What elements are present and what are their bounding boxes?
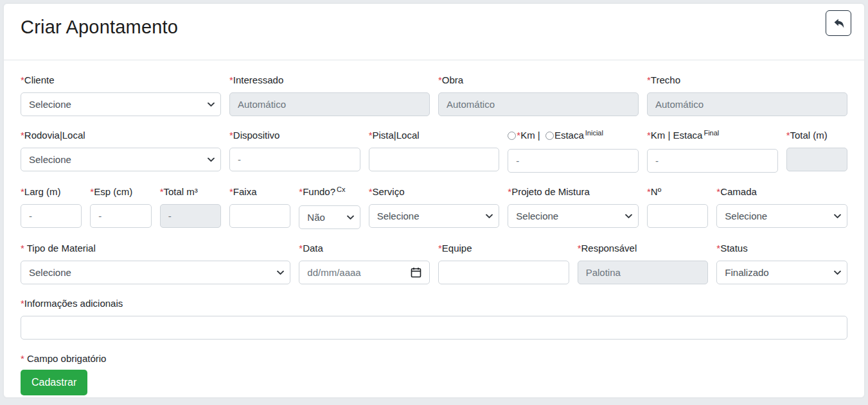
field-larg-m: *Larg (m) (21, 186, 82, 229)
field-camada: *Camada Selecione (716, 186, 847, 229)
estaca-radio[interactable] (545, 132, 554, 140)
servico-select[interactable]: Selecione (369, 204, 500, 228)
form-row-2: *Rodovia|Local Selecione *Dispositivo *P… (21, 130, 847, 173)
km-estaca-final-label: *Km | EstacaFinal (647, 130, 778, 142)
interessado-input (229, 92, 430, 116)
field-total-m: *Total (m) (786, 130, 847, 173)
field-km-estaca-inicial: *Km | EstacaInicial (508, 130, 639, 173)
fundo-label: *Fundo?Cx (299, 186, 360, 198)
field-dispositivo: *Dispositivo (229, 130, 360, 173)
interessado-label: *Interessado (229, 74, 430, 85)
total-m3-input (160, 204, 221, 228)
field-rodovia-local: *Rodovia|Local Selecione (21, 130, 221, 173)
larg-m-label: *Larg (m) (21, 186, 82, 197)
field-pista-local: *Pista|Local (369, 130, 500, 173)
data-date-input[interactable]: dd/mm/aaaa (299, 261, 430, 284)
km-radio[interactable] (508, 132, 516, 140)
obra-input (438, 92, 639, 116)
status-label: *Status (716, 243, 847, 254)
camada-select[interactable]: Selecione (716, 204, 847, 228)
numero-input[interactable] (647, 204, 708, 228)
card-header: Criar Apontamento (4, 4, 864, 60)
trecho-input (647, 92, 847, 116)
responsavel-label: *Responsável (578, 243, 709, 254)
field-trecho: *Trecho (647, 74, 847, 116)
tipo-material-select[interactable]: Selecione (21, 261, 290, 284)
tipo-material-label: * Tipo de Material (21, 243, 290, 254)
faixa-input[interactable] (229, 204, 290, 228)
pista-local-input[interactable] (369, 148, 500, 171)
servico-label: *Serviço (369, 186, 500, 197)
form-row-3: *Larg (m) *Esp (cm) *Total m³ *Faixa *Fu… (21, 186, 847, 229)
cliente-select[interactable]: Selecione (21, 92, 221, 116)
field-faixa: *Faixa (229, 186, 290, 229)
esp-cm-input[interactable] (90, 204, 151, 228)
fundo-select[interactable]: Não (299, 205, 360, 229)
back-button[interactable] (826, 10, 851, 36)
page-title: Criar Apontamento (21, 17, 847, 38)
dispositivo-input[interactable] (229, 148, 360, 171)
rodovia-local-select[interactable]: Selecione (21, 148, 221, 171)
field-data: *Data dd/mm/aaaa (299, 243, 430, 284)
informacoes-label: *Informações adicionais (21, 298, 847, 309)
date-placeholder: dd/mm/aaaa (307, 267, 360, 278)
form-row-4: * Tipo de Material Selecione *Data dd/mm… (21, 243, 847, 284)
pista-local-label: *Pista|Local (369, 130, 500, 141)
numero-label: *Nº (647, 186, 708, 197)
field-numero: *Nº (647, 186, 708, 229)
larg-m-input[interactable] (21, 204, 82, 228)
required-note: * Campo obrigatório (21, 353, 847, 364)
km-estaca-final-input[interactable] (647, 149, 778, 173)
reply-arrow-icon (833, 18, 845, 29)
field-cliente: *Cliente Selecione (21, 74, 221, 116)
esp-cm-label: *Esp (cm) (90, 186, 151, 197)
field-fundo: *Fundo?Cx Não (299, 186, 360, 229)
data-label: *Data (299, 243, 430, 254)
total-m-label: *Total (m) (786, 130, 847, 141)
total-m3-label: *Total m³ (160, 186, 221, 197)
field-tipo-material: * Tipo de Material Selecione (21, 243, 290, 284)
projeto-mistura-select[interactable]: Selecione (508, 204, 639, 228)
cliente-label: *Cliente (21, 74, 221, 85)
form-row-5: *Informações adicionais (21, 298, 847, 340)
equipe-input[interactable] (438, 261, 569, 284)
dispositivo-label: *Dispositivo (229, 130, 360, 141)
status-select[interactable]: Finalizado (716, 261, 847, 284)
create-apontamento-card: Criar Apontamento *Cliente Selecione *In… (3, 3, 865, 398)
field-km-estaca-final: *Km | EstacaFinal (647, 130, 778, 173)
faixa-label: *Faixa (229, 186, 290, 197)
field-servico: *Serviço Selecione (369, 186, 500, 229)
km-estaca-inicial-input[interactable] (508, 149, 639, 173)
field-total-m3: *Total m³ (160, 186, 221, 229)
field-esp-cm: *Esp (cm) (90, 186, 151, 229)
total-m-input (786, 148, 847, 171)
km-estaca-inicial-label: *Km | EstacaInicial (508, 130, 639, 142)
calendar-icon[interactable] (411, 267, 421, 278)
field-equipe: *Equipe (438, 243, 569, 284)
field-responsavel: *Responsável (578, 243, 709, 284)
informacoes-input[interactable] (21, 316, 847, 340)
field-interessado: *Interessado (229, 74, 430, 116)
responsavel-input (578, 261, 709, 284)
field-obra: *Obra (438, 74, 639, 116)
projeto-mistura-label: *Projeto de Mistura (508, 186, 639, 197)
equipe-label: *Equipe (438, 243, 569, 254)
form-area: *Cliente Selecione *Interessado *Obra *T… (4, 60, 864, 395)
camada-label: *Camada (716, 186, 847, 197)
field-projeto-mistura: *Projeto de Mistura Selecione (508, 186, 639, 229)
field-status: *Status Finalizado (716, 243, 847, 284)
obra-label: *Obra (438, 74, 639, 85)
cadastrar-button[interactable]: Cadastrar (21, 370, 87, 395)
trecho-label: *Trecho (647, 74, 847, 85)
field-informacoes: *Informações adicionais (21, 298, 847, 340)
form-row-1: *Cliente Selecione *Interessado *Obra *T… (21, 74, 847, 116)
rodovia-local-label: *Rodovia|Local (21, 130, 221, 141)
